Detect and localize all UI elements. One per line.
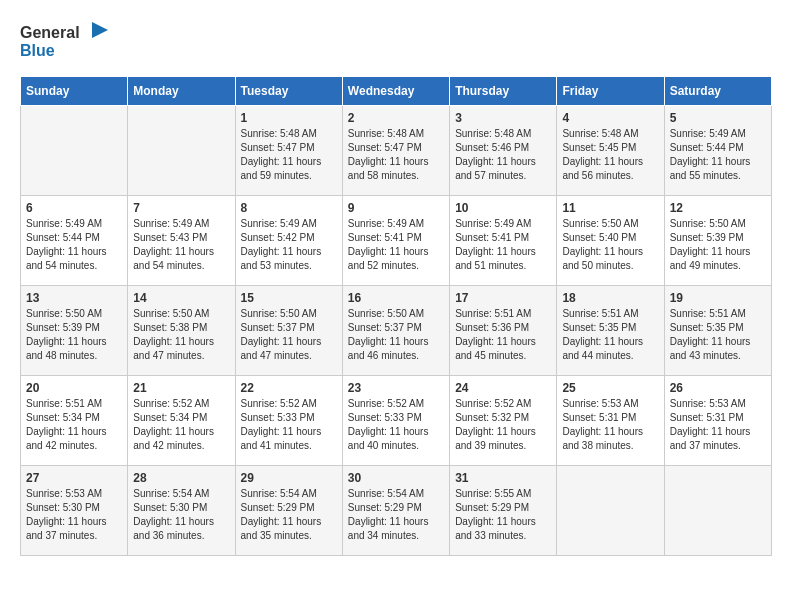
calendar-week-row: 6Sunrise: 5:49 AMSunset: 5:44 PMDaylight… (21, 196, 772, 286)
calendar-cell (128, 106, 235, 196)
day-number: 23 (348, 381, 444, 395)
calendar-cell: 14Sunrise: 5:50 AMSunset: 5:38 PMDayligh… (128, 286, 235, 376)
calendar-cell: 23Sunrise: 5:52 AMSunset: 5:33 PMDayligh… (342, 376, 449, 466)
calendar-week-row: 1Sunrise: 5:48 AMSunset: 5:47 PMDaylight… (21, 106, 772, 196)
day-detail: Sunrise: 5:54 AMSunset: 5:30 PMDaylight:… (133, 487, 229, 543)
calendar-cell: 26Sunrise: 5:53 AMSunset: 5:31 PMDayligh… (664, 376, 771, 466)
calendar-week-row: 20Sunrise: 5:51 AMSunset: 5:34 PMDayligh… (21, 376, 772, 466)
calendar-cell: 2Sunrise: 5:48 AMSunset: 5:47 PMDaylight… (342, 106, 449, 196)
day-number: 18 (562, 291, 658, 305)
day-detail: Sunrise: 5:49 AMSunset: 5:43 PMDaylight:… (133, 217, 229, 273)
day-detail: Sunrise: 5:51 AMSunset: 5:35 PMDaylight:… (670, 307, 766, 363)
weekday-header-wednesday: Wednesday (342, 77, 449, 106)
day-number: 17 (455, 291, 551, 305)
day-number: 10 (455, 201, 551, 215)
day-detail: Sunrise: 5:49 AMSunset: 5:41 PMDaylight:… (455, 217, 551, 273)
day-number: 5 (670, 111, 766, 125)
day-detail: Sunrise: 5:51 AMSunset: 5:36 PMDaylight:… (455, 307, 551, 363)
svg-text:General: General (20, 24, 80, 41)
day-detail: Sunrise: 5:51 AMSunset: 5:34 PMDaylight:… (26, 397, 122, 453)
day-detail: Sunrise: 5:48 AMSunset: 5:47 PMDaylight:… (348, 127, 444, 183)
calendar-cell: 8Sunrise: 5:49 AMSunset: 5:42 PMDaylight… (235, 196, 342, 286)
calendar-cell: 12Sunrise: 5:50 AMSunset: 5:39 PMDayligh… (664, 196, 771, 286)
day-number: 2 (348, 111, 444, 125)
day-detail: Sunrise: 5:53 AMSunset: 5:31 PMDaylight:… (670, 397, 766, 453)
day-detail: Sunrise: 5:50 AMSunset: 5:37 PMDaylight:… (348, 307, 444, 363)
day-detail: Sunrise: 5:50 AMSunset: 5:39 PMDaylight:… (670, 217, 766, 273)
day-number: 24 (455, 381, 551, 395)
calendar-cell: 10Sunrise: 5:49 AMSunset: 5:41 PMDayligh… (450, 196, 557, 286)
day-detail: Sunrise: 5:52 AMSunset: 5:33 PMDaylight:… (348, 397, 444, 453)
calendar-cell: 29Sunrise: 5:54 AMSunset: 5:29 PMDayligh… (235, 466, 342, 556)
day-detail: Sunrise: 5:48 AMSunset: 5:45 PMDaylight:… (562, 127, 658, 183)
day-number: 31 (455, 471, 551, 485)
calendar-cell: 1Sunrise: 5:48 AMSunset: 5:47 PMDaylight… (235, 106, 342, 196)
day-detail: Sunrise: 5:52 AMSunset: 5:34 PMDaylight:… (133, 397, 229, 453)
day-number: 29 (241, 471, 337, 485)
day-number: 4 (562, 111, 658, 125)
calendar-table: SundayMondayTuesdayWednesdayThursdayFrid… (20, 76, 772, 556)
day-number: 12 (670, 201, 766, 215)
day-detail: Sunrise: 5:50 AMSunset: 5:38 PMDaylight:… (133, 307, 229, 363)
calendar-cell (557, 466, 664, 556)
day-number: 21 (133, 381, 229, 395)
day-number: 1 (241, 111, 337, 125)
day-number: 11 (562, 201, 658, 215)
weekday-header-saturday: Saturday (664, 77, 771, 106)
day-number: 27 (26, 471, 122, 485)
day-detail: Sunrise: 5:50 AMSunset: 5:40 PMDaylight:… (562, 217, 658, 273)
day-detail: Sunrise: 5:52 AMSunset: 5:32 PMDaylight:… (455, 397, 551, 453)
calendar-cell: 31Sunrise: 5:55 AMSunset: 5:29 PMDayligh… (450, 466, 557, 556)
calendar-cell: 3Sunrise: 5:48 AMSunset: 5:46 PMDaylight… (450, 106, 557, 196)
weekday-header-friday: Friday (557, 77, 664, 106)
day-detail: Sunrise: 5:48 AMSunset: 5:47 PMDaylight:… (241, 127, 337, 183)
day-detail: Sunrise: 5:50 AMSunset: 5:37 PMDaylight:… (241, 307, 337, 363)
calendar-cell: 16Sunrise: 5:50 AMSunset: 5:37 PMDayligh… (342, 286, 449, 376)
day-number: 22 (241, 381, 337, 395)
calendar-cell: 4Sunrise: 5:48 AMSunset: 5:45 PMDaylight… (557, 106, 664, 196)
day-detail: Sunrise: 5:49 AMSunset: 5:44 PMDaylight:… (670, 127, 766, 183)
day-number: 13 (26, 291, 122, 305)
day-detail: Sunrise: 5:51 AMSunset: 5:35 PMDaylight:… (562, 307, 658, 363)
calendar-cell: 17Sunrise: 5:51 AMSunset: 5:36 PMDayligh… (450, 286, 557, 376)
calendar-cell (664, 466, 771, 556)
calendar-cell: 30Sunrise: 5:54 AMSunset: 5:29 PMDayligh… (342, 466, 449, 556)
day-detail: Sunrise: 5:49 AMSunset: 5:41 PMDaylight:… (348, 217, 444, 273)
day-number: 8 (241, 201, 337, 215)
day-detail: Sunrise: 5:55 AMSunset: 5:29 PMDaylight:… (455, 487, 551, 543)
logo-svg: GeneralBlue (20, 20, 110, 60)
weekday-header-tuesday: Tuesday (235, 77, 342, 106)
day-number: 25 (562, 381, 658, 395)
weekday-header-monday: Monday (128, 77, 235, 106)
day-detail: Sunrise: 5:49 AMSunset: 5:42 PMDaylight:… (241, 217, 337, 273)
day-number: 30 (348, 471, 444, 485)
day-detail: Sunrise: 5:54 AMSunset: 5:29 PMDaylight:… (241, 487, 337, 543)
calendar-cell: 13Sunrise: 5:50 AMSunset: 5:39 PMDayligh… (21, 286, 128, 376)
calendar-cell: 5Sunrise: 5:49 AMSunset: 5:44 PMDaylight… (664, 106, 771, 196)
weekday-header-sunday: Sunday (21, 77, 128, 106)
day-detail: Sunrise: 5:53 AMSunset: 5:31 PMDaylight:… (562, 397, 658, 453)
day-number: 16 (348, 291, 444, 305)
calendar-cell (21, 106, 128, 196)
day-number: 9 (348, 201, 444, 215)
day-detail: Sunrise: 5:50 AMSunset: 5:39 PMDaylight:… (26, 307, 122, 363)
day-number: 15 (241, 291, 337, 305)
day-number: 28 (133, 471, 229, 485)
calendar-cell: 21Sunrise: 5:52 AMSunset: 5:34 PMDayligh… (128, 376, 235, 466)
calendar-cell: 11Sunrise: 5:50 AMSunset: 5:40 PMDayligh… (557, 196, 664, 286)
calendar-cell: 19Sunrise: 5:51 AMSunset: 5:35 PMDayligh… (664, 286, 771, 376)
calendar-week-row: 27Sunrise: 5:53 AMSunset: 5:30 PMDayligh… (21, 466, 772, 556)
day-detail: Sunrise: 5:49 AMSunset: 5:44 PMDaylight:… (26, 217, 122, 273)
calendar-cell: 24Sunrise: 5:52 AMSunset: 5:32 PMDayligh… (450, 376, 557, 466)
day-detail: Sunrise: 5:52 AMSunset: 5:33 PMDaylight:… (241, 397, 337, 453)
calendar-cell: 28Sunrise: 5:54 AMSunset: 5:30 PMDayligh… (128, 466, 235, 556)
calendar-cell: 20Sunrise: 5:51 AMSunset: 5:34 PMDayligh… (21, 376, 128, 466)
calendar-cell: 6Sunrise: 5:49 AMSunset: 5:44 PMDaylight… (21, 196, 128, 286)
calendar-cell: 7Sunrise: 5:49 AMSunset: 5:43 PMDaylight… (128, 196, 235, 286)
calendar-cell: 27Sunrise: 5:53 AMSunset: 5:30 PMDayligh… (21, 466, 128, 556)
day-number: 3 (455, 111, 551, 125)
calendar-cell: 9Sunrise: 5:49 AMSunset: 5:41 PMDaylight… (342, 196, 449, 286)
logo: GeneralBlue (20, 20, 110, 60)
day-detail: Sunrise: 5:53 AMSunset: 5:30 PMDaylight:… (26, 487, 122, 543)
svg-marker-2 (92, 22, 108, 38)
